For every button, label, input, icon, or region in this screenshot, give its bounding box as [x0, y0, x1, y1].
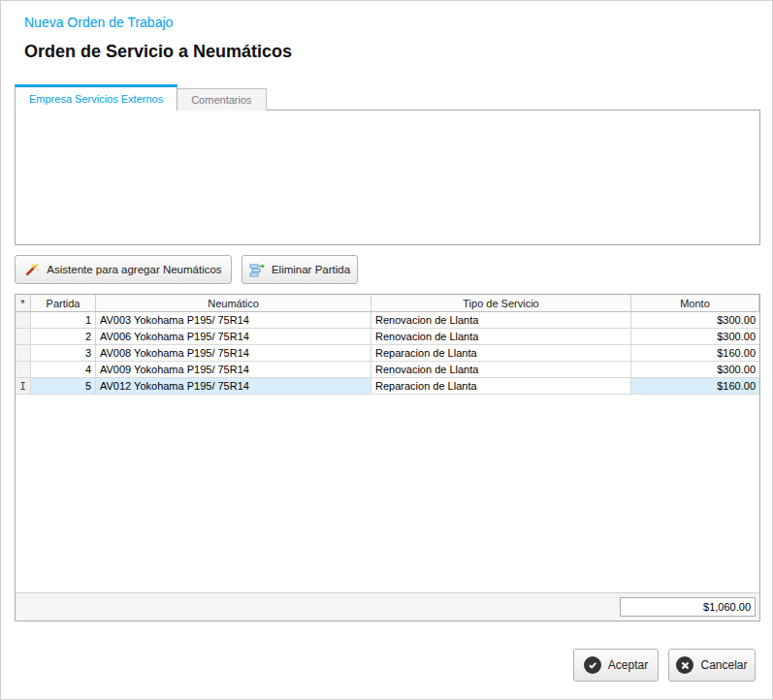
cell-partida[interactable]: 2	[31, 329, 96, 345]
cell-neumatico[interactable]: AV006 Yokohama P195/ 75R14	[96, 329, 371, 345]
row-selector-cell[interactable]: I	[16, 378, 31, 395]
eliminar-partida-button[interactable]: Eliminar Partida	[242, 255, 358, 284]
table-empty-area	[16, 395, 759, 592]
table-row[interactable]: I 5 AV012 Yokohama P195/ 75R14 Reparacio…	[16, 378, 759, 395]
close-icon	[676, 656, 693, 674]
table-row[interactable]: 1 AV003 Yokohama P195/ 75R14 Renovacion …	[16, 312, 759, 329]
cell-tipo-servicio[interactable]: Reparacion de Llanta	[371, 345, 631, 362]
cell-tipo-servicio[interactable]: Renovacion de Llanta	[371, 312, 631, 329]
table-row[interactable]: 4 AV009 Yokohama P195/ 75R14 Renovacion …	[16, 362, 759, 378]
cell-neumatico[interactable]: AV003 Yokohama P195/ 75R14	[96, 312, 371, 329]
cell-partida[interactable]: 3	[31, 345, 96, 362]
remove-item-icon	[249, 263, 265, 277]
table-row[interactable]: 2 AV006 Yokohama P195/ 75R14 Renovacion …	[16, 329, 759, 345]
column-header-partida[interactable]: Partida	[31, 295, 96, 312]
table-corner-cell: *	[16, 295, 31, 312]
total-amount-box: $1,060.00	[620, 597, 756, 617]
tab-panel	[15, 110, 760, 245]
table-row[interactable]: 3 AV008 Yokohama P195/ 75R14 Reparacion …	[16, 345, 759, 362]
tab-empresa-servicios-externos[interactable]: Empresa Servicios Externos	[15, 84, 177, 111]
cell-neumatico[interactable]: AV012 Yokohama P195/ 75R14	[96, 378, 371, 395]
cell-monto[interactable]: $160.00	[631, 378, 759, 395]
page-title: Orden de Servicio a Neumáticos	[24, 42, 292, 62]
row-selector-cell[interactable]	[16, 312, 31, 329]
check-icon	[584, 656, 601, 674]
window-title: Nueva Orden de Trabajo	[24, 15, 173, 30]
cell-partida[interactable]: 1	[31, 312, 96, 329]
cell-monto[interactable]: $300.00	[631, 362, 759, 378]
cell-tipo-servicio[interactable]: Renovacion de Llanta	[371, 329, 631, 345]
asistente-button-label: Asistente para agregar Neumáticos	[47, 264, 221, 275]
cell-neumatico[interactable]: AV009 Yokohama P195/ 75R14	[96, 362, 371, 378]
row-selector-cell[interactable]	[16, 345, 31, 362]
cell-neumatico[interactable]: AV008 Yokohama P195/ 75R14	[96, 345, 371, 362]
cell-monto[interactable]: $300.00	[631, 329, 759, 345]
magic-wand-icon	[24, 262, 40, 277]
cell-monto[interactable]: $300.00	[631, 312, 759, 329]
tab-bar: Empresa Servicios Externos Comentarios	[15, 84, 267, 111]
cell-partida[interactable]: 4	[31, 362, 96, 378]
dialog-window: Nueva Orden de Trabajo Orden de Servicio…	[0, 0, 773, 700]
column-header-tipo-servicio[interactable]: Tipo de Servicio	[371, 295, 631, 312]
tab-comentarios[interactable]: Comentarios	[177, 88, 266, 111]
cancelar-button-label: Cancelar	[700, 658, 747, 672]
table-header-row: * Partida Neumático Tipo de Servicio Mon…	[16, 295, 759, 312]
column-header-neumatico[interactable]: Neumático	[96, 295, 371, 312]
aceptar-button-label: Aceptar	[608, 658, 648, 672]
cell-tipo-servicio[interactable]: Reparacion de Llanta	[371, 378, 631, 395]
table-footer: $1,060.00	[16, 592, 759, 620]
column-header-monto[interactable]: Monto	[631, 295, 759, 312]
row-selector-cell[interactable]	[16, 362, 31, 378]
eliminar-button-label: Eliminar Partida	[272, 264, 350, 275]
cell-monto[interactable]: $160.00	[631, 345, 759, 362]
asistente-agregar-neumaticos-button[interactable]: Asistente para agregar Neumáticos	[15, 255, 232, 284]
cell-tipo-servicio[interactable]: Renovacion de Llanta	[371, 362, 631, 378]
partidas-table: * Partida Neumático Tipo de Servicio Mon…	[15, 294, 760, 621]
aceptar-button[interactable]: Aceptar	[573, 649, 659, 682]
row-selector-cell[interactable]	[16, 329, 31, 345]
cell-partida[interactable]: 5	[31, 378, 96, 395]
cancelar-button[interactable]: Cancelar	[668, 649, 756, 682]
